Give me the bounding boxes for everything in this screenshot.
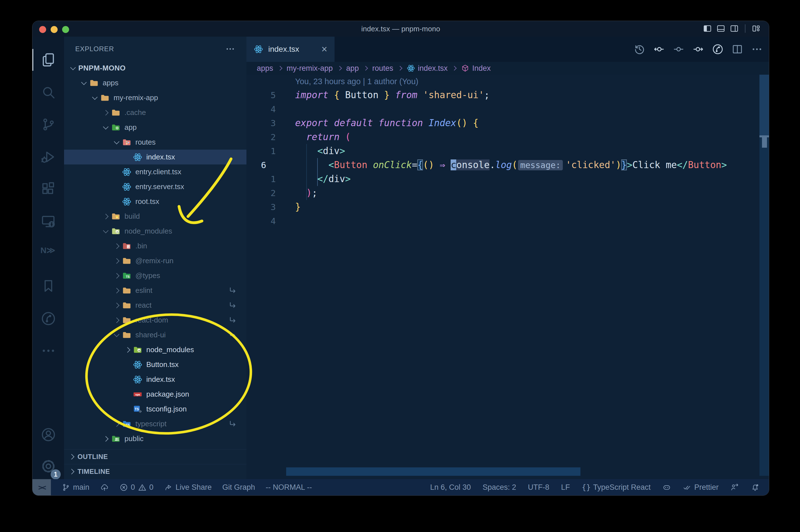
activity-source-control-button[interactable] [33, 109, 64, 140]
tree-item-index-tsx[interactable]: index.tsx [64, 372, 246, 387]
tree-item-shared-ui[interactable]: shared-ui [64, 327, 246, 342]
status-prettier[interactable]: Prettier [683, 483, 719, 492]
status-label: Ln 6, Col 30 [430, 483, 471, 492]
tree-item-package-json[interactable]: npmpackage.json [64, 387, 246, 402]
remote-indicator[interactable]: >< [33, 479, 51, 495]
tree-item-eslint[interactable]: eslint [64, 283, 246, 298]
nav-circle-icon[interactable] [673, 43, 684, 55]
activity-settings-button[interactable]: 1 [33, 451, 64, 482]
status-problems[interactable]: 00 [119, 483, 154, 492]
ts-gear-icon: TS [133, 404, 142, 414]
breadcrumb-item-my-remix-app[interactable]: my-remix-app [287, 64, 333, 73]
activity-account-button[interactable] [33, 419, 64, 450]
tree-item-tsconfig-json[interactable]: TStsconfig.json [64, 402, 246, 417]
activity-more-button[interactable] [33, 335, 64, 366]
layout-sidebar-left-icon[interactable] [703, 24, 712, 33]
activity-bookmarks-button[interactable] [33, 271, 64, 302]
tree-item-label: index.tsx [146, 153, 175, 162]
status-eol[interactable]: LF [561, 483, 570, 492]
tree-item-public[interactable]: public [64, 431, 246, 446]
tree-item-my-remix-app[interactable]: my-remix-app [64, 90, 246, 105]
layout-customize-icon[interactable] [751, 24, 761, 33]
tree-item-react-dom[interactable]: react-dom [64, 313, 246, 327]
explorer-more-actions-button[interactable] [225, 44, 235, 54]
status-language-mode[interactable]: {}TypeScript React [582, 483, 651, 492]
tree-item--remix-run[interactable]: @remix-run [64, 253, 246, 268]
activity-search-button[interactable] [33, 77, 64, 108]
tree-item-routes[interactable]: routes [64, 135, 246, 150]
tree-item-button-tsx[interactable]: Button.tsx [64, 357, 246, 372]
code-line-1[interactable]: 1 <div> [246, 144, 759, 158]
panel-header-outline[interactable]: OUTLINE [64, 450, 246, 464]
status-cursor-position[interactable]: Ln 6, Col 30 [430, 483, 471, 492]
status-sync-button[interactable] [100, 483, 109, 492]
panel-header-timeline[interactable]: TIMELINE [64, 464, 246, 479]
status-vim-mode[interactable]: -- NORMAL -- [266, 483, 312, 492]
code-line-2[interactable]: 2 ); [246, 186, 759, 200]
status-git-graph[interactable]: Git Graph [222, 483, 255, 492]
svg-text:JS: JS [138, 349, 140, 352]
close-tab-button[interactable]: × [321, 44, 327, 54]
tree-item-node-modules[interactable]: JSnode_modules [64, 342, 246, 357]
tree-item-react[interactable]: react [64, 298, 246, 313]
breadcrumb-item-app[interactable]: app [346, 64, 359, 73]
tree-item-pnpm-mono[interactable]: PNPM-MONO [64, 61, 246, 76]
activity-nx-console-button[interactable]: N≫ [33, 239, 64, 269]
tree-item-apps[interactable]: apps [64, 76, 246, 90]
status-copilot[interactable] [662, 483, 671, 492]
nav-forward-icon[interactable] [692, 43, 704, 55]
activity-files-button[interactable] [33, 44, 64, 75]
tree-item-entry-server-tsx[interactable]: entry.server.tsx [64, 179, 246, 194]
code-line-6[interactable]: 6 <Button onClick={() ⇒ console.log(mess… [246, 158, 759, 172]
code-line-4[interactable]: 4 [246, 102, 759, 116]
tree-item-app[interactable]: app [64, 120, 246, 135]
tree-item-index-tsx[interactable]: index.tsx [64, 150, 246, 165]
layout-sidebar-right-icon[interactable] [730, 24, 739, 33]
tree-item-build[interactable]: build [64, 209, 246, 224]
tree-item--cache[interactable]: .cache [64, 105, 246, 120]
layout-panel-icon[interactable] [716, 24, 725, 33]
code-line-3[interactable]: 3} [246, 200, 759, 214]
code-line-2[interactable]: 2 return ( [246, 130, 759, 144]
code-line-1[interactable]: 1 </div> [246, 172, 759, 186]
status-branch-indicator[interactable]: main [61, 483, 90, 492]
status-live-share[interactable]: Live Share [164, 483, 212, 492]
tab-index-tsx[interactable]: index.tsx × [246, 37, 335, 62]
status-indentation[interactable]: Spaces: 2 [482, 483, 516, 492]
react-icon [133, 375, 142, 384]
code-line-4[interactable]: 4 [246, 214, 759, 228]
split-editor-icon[interactable] [731, 43, 743, 55]
history-icon[interactable] [633, 43, 645, 55]
code-line-3[interactable]: 3export default function Index() { [246, 116, 759, 130]
activity-git-graph-button[interactable] [33, 303, 64, 334]
status-notifications[interactable] [751, 483, 759, 492]
breadcrumb-item-index[interactable]: Index [461, 64, 491, 73]
breadcrumb-item-index-tsx[interactable]: index.tsx [407, 64, 448, 73]
nav-back-icon[interactable] [653, 43, 665, 55]
status-feedback[interactable] [730, 483, 739, 492]
tree-item--bin[interactable]: 0110.bin [64, 239, 246, 253]
tree-item-entry-client-tsx[interactable]: entry.client.tsx [64, 165, 246, 179]
activity-remote-explorer-button[interactable] [33, 206, 64, 237]
horizontal-scrollbar[interactable] [286, 468, 580, 476]
breadcrumb-item-apps[interactable]: apps [257, 64, 273, 73]
titlebar[interactable]: index.tsx — pnpm-mono [33, 21, 769, 37]
activity-run-debug-button[interactable] [33, 141, 64, 172]
tree-item-typescript[interactable]: TStypescript [64, 417, 246, 431]
editor-actions [633, 37, 763, 62]
scrollbar-thumb[interactable] [759, 75, 769, 136]
status-encoding[interactable]: UTF-8 [528, 483, 549, 492]
chevron-right-icon [111, 289, 122, 292]
tree-item--types[interactable]: TS@types [64, 268, 246, 283]
git-graph-icon[interactable] [712, 43, 724, 55]
more-icon[interactable] [751, 43, 763, 55]
vertical-scrollbar[interactable] [759, 75, 769, 476]
activity-extensions-button[interactable] [33, 174, 64, 205]
tree-item-node-modules[interactable]: JSnode_modules [64, 224, 246, 239]
account-icon [41, 427, 56, 442]
code-text: </div> [295, 172, 351, 186]
code-editor[interactable]: 5import { Button } from 'shared-ui';43ex… [246, 88, 759, 228]
breadcrumb-item-routes[interactable]: routes [372, 64, 393, 73]
code-line-5[interactable]: 5import { Button } from 'shared-ui'; [246, 88, 759, 102]
tree-item-root-tsx[interactable]: root.tsx [64, 194, 246, 209]
